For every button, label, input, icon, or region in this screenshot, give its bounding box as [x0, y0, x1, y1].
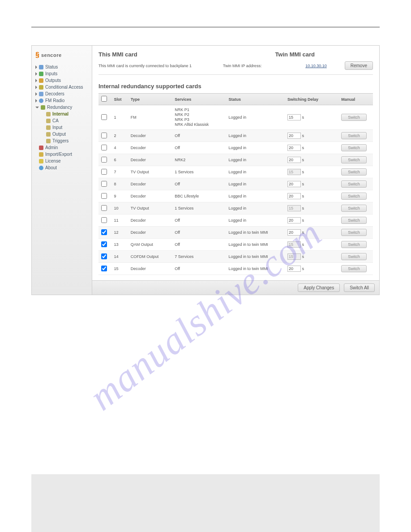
row-checkbox[interactable]: [101, 114, 107, 120]
row-checkbox[interactable]: [101, 229, 107, 235]
row-checkbox[interactable]: [101, 193, 107, 199]
row-checkbox[interactable]: [101, 241, 107, 247]
table-header-row: Slot Type Services Status Switching Dela…: [98, 94, 373, 105]
sidebar-item-license[interactable]: License: [34, 158, 89, 164]
sidebar-item-inputs[interactable]: Inputs: [34, 70, 89, 77]
switch-button[interactable]: Switch: [341, 229, 367, 236]
delay-input[interactable]: [287, 114, 301, 120]
delay-unit: s: [302, 146, 304, 150]
sidebar-item-label: About: [45, 165, 57, 170]
ic-admin-icon: [39, 146, 43, 150]
sidebar-item-output[interactable]: Output: [34, 131, 89, 137]
cell-delay: s: [285, 215, 338, 227]
delay-input[interactable]: [287, 157, 301, 163]
delay-unit: s: [302, 115, 304, 120]
sidebar-item-admin[interactable]: Admin: [34, 144, 89, 151]
sidebar-item-label: Triggers: [52, 138, 68, 143]
switch-button[interactable]: Switch: [341, 114, 367, 121]
twin-ip-label: Twin MMI IP address:: [223, 64, 296, 68]
sidebar-item-import-export[interactable]: Import/Export: [34, 151, 89, 158]
sidebar-item-label: License: [45, 159, 60, 163]
switch-button[interactable]: Switch: [341, 265, 367, 272]
ic-status-icon: [39, 65, 43, 69]
delay-unit: s: [302, 158, 304, 162]
sidebar-item-ca[interactable]: CA: [34, 117, 89, 124]
row-checkbox[interactable]: [101, 157, 107, 163]
chevron-down-icon: [35, 107, 39, 108]
sidebar-item-decoders[interactable]: Decoders: [34, 90, 89, 97]
row-checkbox[interactable]: [101, 266, 107, 271]
cell-type: FM: [128, 105, 172, 130]
sidebar-item-fm-radio[interactable]: FM Radio: [34, 97, 89, 104]
delay-input[interactable]: [287, 217, 301, 223]
chevron-right-icon: [35, 86, 37, 89]
sidebar-item-triggers[interactable]: Triggers: [34, 137, 89, 144]
sidebar-item-conditional-access[interactable]: Conditional Access: [34, 84, 89, 90]
switch-button[interactable]: Switch: [341, 156, 367, 163]
delay-unit: s: [302, 133, 304, 138]
chevron-right-icon: [35, 99, 37, 103]
switch-button[interactable]: Switch: [341, 241, 367, 248]
switch-button[interactable]: Switch: [341, 217, 367, 224]
ic-outputs-icon: [39, 78, 43, 83]
delay-input[interactable]: [287, 133, 301, 139]
table-row: 14COFDM Output7 ServicesLogged in to twi…: [98, 251, 373, 263]
row-checkbox[interactable]: [101, 181, 107, 187]
switch-button[interactable]: Switch: [341, 205, 367, 212]
delay-input[interactable]: [287, 266, 301, 272]
sidebar-item-about[interactable]: About: [34, 164, 89, 171]
cell-slot: 1: [111, 105, 128, 130]
cell-status: Logged in: [226, 202, 285, 215]
cell-type: Decoder: [128, 215, 172, 227]
delay-input[interactable]: [287, 181, 301, 187]
delay-input[interactable]: [287, 193, 301, 199]
table-row: 12DecoderOffLogged in to twin MMI sSwitc…: [98, 227, 373, 239]
cell-delay: s: [285, 263, 338, 275]
twin-ip-link[interactable]: 10.10.30.10: [305, 64, 327, 68]
cards-table: Slot Type Services Status Switching Dela…: [98, 93, 373, 275]
app-frame: § sencore StatusInputsOutputsConditional…: [31, 45, 380, 295]
apply-changes-button[interactable]: Apply Changes: [298, 283, 340, 292]
cell-slot: 12: [111, 227, 128, 239]
select-all-checkbox[interactable]: [101, 96, 107, 102]
cell-type: TV Output: [128, 202, 172, 215]
sidebar-item-status[interactable]: Status: [34, 64, 89, 70]
delay-input: [287, 253, 301, 260]
sidebar-item-input[interactable]: Input: [34, 124, 89, 131]
switch-button[interactable]: Switch: [341, 193, 367, 200]
switch-button[interactable]: Switch: [341, 180, 367, 188]
table-row: 4DecoderOffLogged in sSwitch: [98, 142, 373, 154]
sidebar-item-label: Status: [45, 64, 58, 69]
row-checkbox[interactable]: [101, 145, 107, 150]
cell-status: Logged in: [226, 130, 285, 142]
cell-services: Off: [172, 227, 226, 239]
cell-delay: s: [285, 227, 338, 239]
top-rule: [31, 27, 380, 27]
row-checkbox[interactable]: [101, 205, 107, 211]
switch-all-button[interactable]: Switch All: [344, 283, 375, 292]
row-checkbox[interactable]: [101, 169, 107, 175]
ic-folder-icon: [46, 132, 51, 137]
sidebar-item-label: Internal: [52, 112, 68, 116]
delay-unit: s: [302, 218, 304, 223]
row-checkbox[interactable]: [101, 217, 107, 223]
sidebar-item-internal[interactable]: Internal: [34, 111, 89, 117]
switch-button[interactable]: Switch: [341, 144, 367, 151]
row-checkbox[interactable]: [101, 133, 107, 138]
cell-services: Off: [172, 130, 226, 142]
cell-type: Decoder: [128, 130, 172, 142]
sidebar-item-label: Admin: [45, 145, 58, 150]
sidebar-item-outputs[interactable]: Outputs: [34, 77, 89, 84]
header-info-row: This MMI card is currently connected to …: [98, 61, 373, 75]
switch-button[interactable]: Switch: [341, 132, 367, 139]
sidebar-item-label: CA: [52, 118, 59, 123]
sidebar-item-redundancy[interactable]: Redundancy: [34, 104, 89, 111]
cell-services: BBC Lifestyle: [172, 190, 226, 202]
delay-input[interactable]: [287, 229, 301, 236]
table-row: 8DecoderOffLogged in sSwitch: [98, 178, 373, 190]
remove-button[interactable]: Remove: [345, 61, 373, 70]
delay-input[interactable]: [287, 145, 301, 151]
row-checkbox[interactable]: [101, 253, 107, 259]
switch-button[interactable]: Switch: [341, 168, 367, 176]
switch-button[interactable]: Switch: [341, 253, 367, 260]
